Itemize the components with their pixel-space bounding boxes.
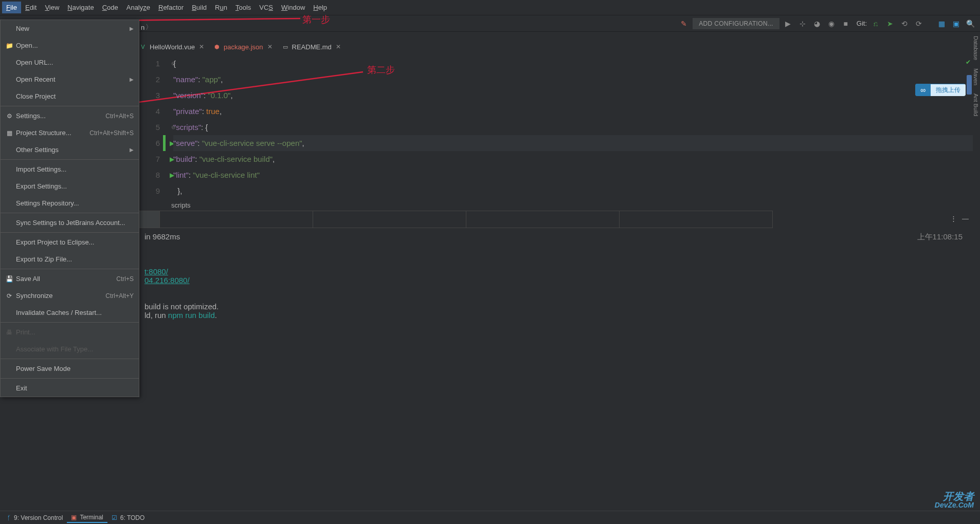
menu-code[interactable]: Code — [98, 2, 122, 13]
sb-terminal[interactable]: ▣ Terminal — [67, 513, 107, 523]
code-line[interactable]: }, — [173, 183, 183, 199]
tab-readme[interactable]: ▭ README.md ✕ — [282, 43, 341, 51]
menu-item-export-to-zip-file-[interactable]: Export to Zip File... — [1, 251, 139, 268]
menu-item-new[interactable]: New▶ — [1, 20, 139, 37]
vue-icon: V — [139, 43, 147, 50]
menu-item-close-project[interactable]: Close Project — [1, 88, 139, 105]
menu-label: Open... — [13, 42, 134, 49]
menu-run[interactable]: Run — [211, 2, 231, 13]
sb-label: 6: TODO — [120, 514, 145, 521]
code-breadcrumb[interactable]: scripts — [139, 199, 191, 211]
tool-tab[interactable] — [139, 211, 160, 228]
scrollbar[interactable]: ✔ — [967, 57, 972, 198]
menu-item-invalidate-caches-restart-[interactable]: Invalidate Caches / Restart... — [1, 304, 139, 321]
run-icon[interactable]: ▶ — [783, 18, 794, 29]
tool-tab[interactable] — [466, 211, 620, 228]
close-icon[interactable]: ✕ — [199, 43, 204, 50]
code-editor[interactable]: 1⊖2345⊖6▶7▶8▶9 { "name": "app", "version… — [139, 55, 973, 199]
git-branch-icon[interactable]: ⎌ — [870, 18, 881, 29]
watermark: 开发者 DevZe.CoM — [935, 491, 974, 509]
close-icon[interactable]: ✕ — [336, 43, 341, 50]
code-line[interactable]: "serve": "vue-cli-service serve --open", — [173, 135, 973, 151]
blank-icon — [6, 309, 13, 316]
menu-item-save-all[interactable]: 💾Save AllCtrl+S — [1, 270, 139, 287]
menu-item-synchronize[interactable]: ⟳SynchronizeCtrl+Alt+Y — [1, 287, 139, 304]
search-icon[interactable]: 🔍 — [965, 18, 976, 29]
menu-label: Import Settings... — [13, 165, 134, 173]
layout2-icon[interactable]: ▣ — [950, 18, 961, 29]
git-push-icon[interactable]: ➤ — [884, 18, 896, 29]
side-database[interactable]: Database — [973, 32, 979, 64]
profile-icon[interactable]: ◉ — [826, 18, 837, 29]
menu-analyze[interactable]: Analyze — [122, 2, 154, 13]
menu-item-settings-repository-[interactable]: Settings Repository... — [1, 195, 139, 212]
menu-item-import-settings-[interactable]: Import Settings... — [1, 161, 139, 178]
tool-tab[interactable] — [620, 211, 773, 228]
menu-vcs[interactable]: VCS — [255, 2, 277, 13]
menu-file[interactable]: FFileile — [2, 2, 21, 13]
menu-item-open-[interactable]: 📁Open... — [1, 37, 139, 54]
menu-refactor[interactable]: Refactor — [154, 2, 188, 13]
terminal-url[interactable]: 04.216:8080/ — [144, 276, 190, 285]
menu-navigate[interactable]: Navigate — [63, 2, 98, 13]
menu-window[interactable]: Window — [277, 2, 309, 13]
code-line[interactable]: "name": "app", — [173, 71, 223, 87]
tool-tab[interactable] — [313, 211, 466, 228]
debug-icon[interactable]: ⊹ — [797, 18, 808, 29]
tab-helloworld[interactable]: V HelloWorld.vue ✕ — [139, 43, 204, 51]
code-line[interactable]: "scripts": { — [173, 119, 208, 135]
tool-tab[interactable] — [160, 211, 313, 228]
todo-icon: ☑ — [112, 514, 117, 521]
menu-view[interactable]: View — [41, 2, 63, 13]
folder-icon: 📁 — [6, 42, 13, 49]
upload-badge[interactable]: ∞ 拖拽上传 — [915, 84, 966, 96]
scrollbar-thumb[interactable] — [967, 75, 972, 95]
menu-help[interactable]: Help — [309, 2, 331, 13]
layout-icon[interactable]: ▦ — [936, 18, 947, 29]
tab-packagejson[interactable]: ⬢ package.json ✕ — [213, 43, 273, 51]
menu-item-open-url-[interactable]: Open URL... — [1, 54, 139, 71]
menu-edit[interactable]: Edit — [21, 2, 41, 13]
menu-item-sync-settings-to-jetbrains-account-[interactable]: Sync Settings to JetBrains Account... — [1, 214, 139, 231]
menu-item-export-settings-[interactable]: Export Settings... — [1, 178, 139, 195]
code-line[interactable]: "build": "vue-cli-service build", — [173, 151, 275, 167]
menu-item-settings-[interactable]: ⚙Settings...Ctrl+Alt+S — [1, 107, 139, 124]
code-line[interactable]: "private": true, — [173, 103, 222, 119]
coverage-icon[interactable]: ◕ — [811, 18, 823, 29]
git-label: Git: — [857, 20, 867, 27]
side-maven[interactable]: Maven — [973, 64, 979, 89]
menu-item-other-settings[interactable]: Other Settings▶ — [1, 141, 139, 158]
editor-tabs: V HelloWorld.vue ✕ ⬢ package.json ✕ ▭ RE… — [139, 40, 341, 53]
terminal[interactable]: in 9682ms 上午11:08:15 t:8080/ 04.216:8080… — [139, 229, 973, 509]
blank-icon — [6, 385, 13, 392]
menu-item-power-save-mode[interactable]: Power Save Mode — [1, 360, 139, 377]
git-revert-icon[interactable]: ⟳ — [913, 18, 924, 29]
more-icon[interactable]: ⋮ — [950, 215, 957, 222]
gutter: 1⊖2345⊖6▶7▶8▶9 — [139, 55, 163, 199]
git-history-icon[interactable]: ⟲ — [899, 18, 910, 29]
pencil-icon[interactable]: ✎ — [678, 18, 689, 29]
gear-icon: ⚙ — [6, 113, 13, 120]
menu-item-open-recent[interactable]: Open Recent▶ — [1, 71, 139, 88]
code-line[interactable]: "lint": "vue-cli-service lint" — [173, 167, 260, 183]
stop-icon[interactable]: ■ — [840, 18, 851, 29]
terminal-url[interactable]: t:8080/ — [144, 267, 168, 276]
code-line[interactable]: "version": "0.1.0", — [173, 87, 233, 103]
sb-todo[interactable]: ☑ 6: TODO — [107, 513, 149, 522]
menu-tools[interactable]: Tools — [231, 2, 255, 13]
close-icon[interactable]: ✕ — [267, 43, 273, 50]
sb-version-control[interactable]: ᚶ 9: Version Control — [3, 513, 67, 522]
tab-label: HelloWorld.vue — [150, 43, 195, 51]
json-icon: ⬢ — [213, 43, 221, 50]
menu-item-export-project-to-eclipse-[interactable]: Export Project to Eclipse... — [1, 234, 139, 251]
gutter-line: 1⊖ — [139, 55, 163, 71]
submenu-arrow-icon: ▶ — [130, 77, 134, 82]
breadcrumb: n 〉 — [141, 23, 153, 32]
menu-item-project-structure-[interactable]: ▦Project Structure...Ctrl+Alt+Shift+S — [1, 124, 139, 141]
side-ant[interactable]: Ant Build — [973, 89, 979, 120]
menu-item-exit[interactable]: Exit — [1, 380, 139, 397]
menu-build[interactable]: Build — [188, 2, 211, 13]
add-configuration-button[interactable]: ADD CONFIGURATION... — [693, 18, 779, 29]
code-line[interactable]: { — [173, 55, 176, 71]
minimize-icon[interactable]: — — [962, 215, 969, 222]
